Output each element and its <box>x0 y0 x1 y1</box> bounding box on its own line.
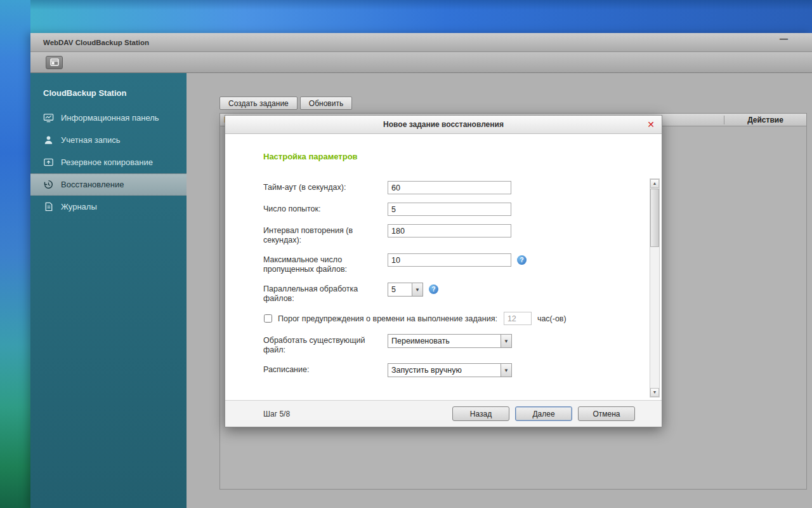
help-icon[interactable]: ? <box>429 284 438 294</box>
sidebar: CloudBackup Station Информационная панел… <box>30 73 187 508</box>
threshold-label: Порог предупреждения о времени на выполн… <box>278 314 497 323</box>
sidebar-item-label: Информационная панель <box>61 113 159 123</box>
existing-file-select-value: Переименовать <box>388 335 501 347</box>
backup-icon <box>43 157 54 168</box>
retries-label: Число попыток: <box>263 203 388 214</box>
window-panel-icon <box>50 58 59 66</box>
next-button[interactable]: Далее <box>515 406 572 421</box>
dashboard-icon <box>43 112 54 123</box>
timeout-label: Тайм-аут (в секундах): <box>263 181 388 192</box>
step-indicator: Шаг 5/8 <box>263 410 290 418</box>
settings-form: Тайм-аут (в секундах): Число попыток: Ин… <box>263 181 636 377</box>
form-row-max-skipped: Максимальное число пропущенных файлов: ? <box>263 253 636 274</box>
window-toolbar <box>30 52 812 73</box>
chevron-down-icon: ▼ <box>501 335 511 347</box>
retry-interval-input[interactable] <box>388 224 511 237</box>
create-job-button[interactable]: Создать задание <box>219 97 298 110</box>
desktop-wallpaper-left <box>0 0 30 508</box>
restore-icon <box>43 179 54 190</box>
dialog-titlebar: Новое задание восстановления ✕ <box>225 116 662 134</box>
cancel-button[interactable]: Отмена <box>578 406 635 421</box>
help-icon[interactable]: ? <box>517 255 527 265</box>
form-row-existing-file: Обработать существующий файл: Переименов… <box>263 334 636 355</box>
concurrency-select-value: 5 <box>388 283 412 296</box>
logs-icon <box>43 201 54 212</box>
refresh-button[interactable]: Обновить <box>300 97 352 110</box>
window-titlebar: WebDAV CloudBackup Station — <box>30 33 812 52</box>
restore-job-dialog: Новое задание восстановления ✕ Настройка… <box>225 115 662 427</box>
sidebar-item-backup[interactable]: Резервное копирование <box>30 151 187 173</box>
back-button[interactable]: Назад <box>452 406 509 421</box>
footer-buttons: Назад Далее Отмена <box>452 406 635 421</box>
threshold-checkbox[interactable] <box>264 314 272 323</box>
timeout-input[interactable] <box>388 181 511 194</box>
dialog-body: Настройка параметров Тайм-аут (в секунда… <box>225 134 662 400</box>
max-skipped-input[interactable] <box>388 253 511 267</box>
scrollbar-thumb[interactable] <box>650 189 659 247</box>
schedule-label: Расписание: <box>263 363 388 375</box>
chevron-down-icon: ▼ <box>501 364 511 377</box>
minimize-button[interactable]: — <box>780 34 788 43</box>
sidebar-item-label: Резервное копирование <box>61 157 153 167</box>
user-icon <box>43 135 54 145</box>
form-row-schedule: Расписание: Запустить вручную ▼ <box>263 363 636 377</box>
concurrency-select[interactable]: 5 ▼ <box>388 283 423 297</box>
retries-input[interactable] <box>388 203 511 216</box>
dialog-title: Новое задание восстановления <box>383 120 504 129</box>
sidebar-item-label: Восстановление <box>61 180 124 189</box>
sidebar-header: CloudBackup Station <box>30 73 187 107</box>
dialog-scrollbar[interactable]: ▲ ▼ <box>650 178 660 398</box>
chevron-down-icon: ▼ <box>412 283 422 296</box>
schedule-select[interactable]: Запустить вручную ▼ <box>388 363 512 377</box>
threshold-suffix: час(-ов) <box>537 314 566 323</box>
close-icon[interactable]: ✕ <box>647 119 655 130</box>
concurrency-label: Параллельная обработка файлов: <box>263 283 388 304</box>
max-skipped-label: Максимальное число пропущенных файлов: <box>263 253 388 274</box>
form-row-threshold: Порог предупреждения о времени на выполн… <box>263 312 636 325</box>
form-row-timeout: Тайм-аут (в секундах): <box>263 181 636 194</box>
desktop: WebDAV CloudBackup Station — CloudBackup… <box>0 0 812 508</box>
form-row-concurrency: Параллельная обработка файлов: 5 ▼ ? <box>263 283 636 304</box>
dialog-footer: Шаг 5/8 Назад Далее Отмена <box>225 400 662 427</box>
form-row-retries: Число попыток: <box>263 203 636 216</box>
panel-toggle-button[interactable] <box>46 56 63 69</box>
sidebar-item-dashboard[interactable]: Информационная панель <box>30 107 187 129</box>
existing-file-select[interactable]: Переименовать ▼ <box>388 334 512 348</box>
desktop-wallpaper-top <box>0 0 812 33</box>
form-row-retry-interval: Интервал повторения (в секундах): <box>263 224 636 245</box>
retry-interval-label: Интервал повторения (в секундах): <box>263 224 388 245</box>
column-header-action: Действие <box>724 116 806 124</box>
existing-file-label: Обработать существующий файл: <box>263 334 388 355</box>
schedule-select-value: Запустить вручную <box>388 364 501 377</box>
threshold-input <box>504 312 532 325</box>
sidebar-item-restore[interactable]: Восстановление <box>30 173 187 196</box>
scroll-up-icon[interactable]: ▲ <box>650 179 659 188</box>
window-title: WebDAV CloudBackup Station <box>43 39 149 46</box>
sidebar-item-label: Журналы <box>61 202 97 211</box>
dialog-heading: Настройка параметров <box>263 152 636 161</box>
action-bar: Создать задание Обновить <box>219 97 807 110</box>
scroll-down-icon[interactable]: ▼ <box>650 388 659 397</box>
sidebar-item-account[interactable]: Учетная запись <box>30 129 187 151</box>
sidebar-item-logs[interactable]: Журналы <box>30 196 187 218</box>
sidebar-item-label: Учетная запись <box>61 135 121 145</box>
